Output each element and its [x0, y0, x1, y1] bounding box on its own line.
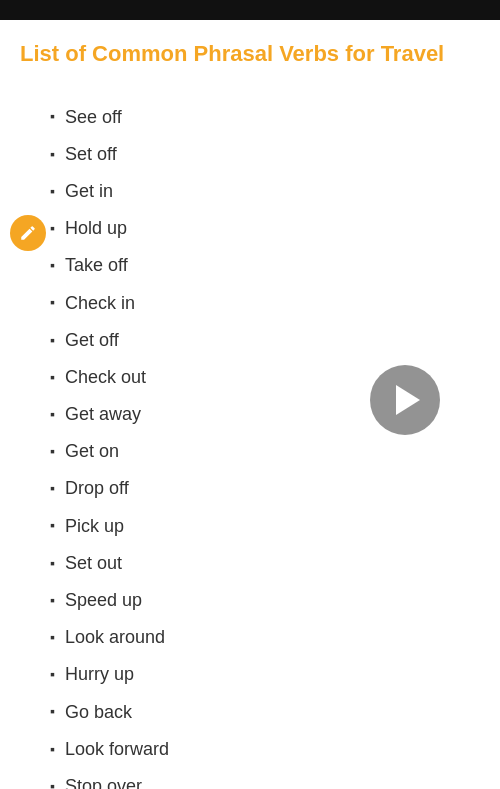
list-item: Look forward [50, 731, 480, 768]
play-icon [396, 385, 420, 415]
list-item: Look around [50, 619, 480, 656]
list-item: Hold up [50, 210, 480, 247]
list-item: Hurry up [50, 656, 480, 693]
list-item: Stop over [50, 768, 480, 789]
page-title: List of Common Phrasal Verbs for Travel [20, 40, 480, 69]
content-area: List of Common Phrasal Verbs for Travel … [0, 20, 500, 789]
list-item: Go back [50, 694, 480, 731]
list-item: Speed up [50, 582, 480, 619]
list-item: Check in [50, 285, 480, 322]
edit-icon [19, 224, 37, 242]
list-item: Pick up [50, 508, 480, 545]
list-item: Set out [50, 545, 480, 582]
top-bar [0, 0, 500, 20]
list-item: See off [50, 99, 480, 136]
list-item: Get off [50, 322, 480, 359]
phrasal-verb-list: See offSet offGet inHold upTake offCheck… [50, 99, 480, 789]
list-item: Get on [50, 433, 480, 470]
list-item: Get in [50, 173, 480, 210]
list-item: Set off [50, 136, 480, 173]
edit-button[interactable] [10, 215, 46, 251]
play-button[interactable] [370, 365, 440, 435]
list-item: Drop off [50, 470, 480, 507]
list-item: Take off [50, 247, 480, 284]
